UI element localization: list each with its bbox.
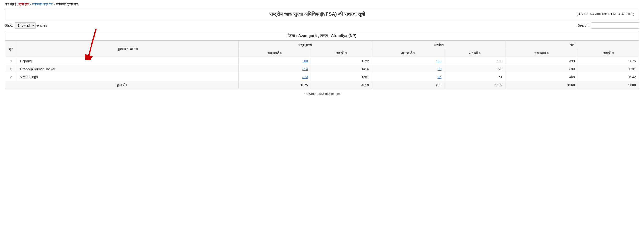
col-header-name: दुकानदार का नाम: [17, 41, 239, 57]
cell-serial: 1: [5, 57, 17, 65]
search-label: Search:: [578, 24, 589, 28]
show-entries-control: Show Show all 10 25 50 100 entries: [5, 22, 47, 29]
search-box: Search:: [578, 22, 639, 29]
controls-row: Show Show all 10 25 50 100 entries Searc…: [5, 22, 639, 29]
cell-ant-labh: 453: [444, 57, 506, 65]
cell-yog-ration: 468: [506, 73, 578, 81]
cell-ant-ration[interactable]: 95: [372, 73, 444, 81]
col-header-serial: क्र.: [5, 41, 17, 57]
cell-patra-labh: 1622: [311, 57, 372, 65]
table-row: 2 Pradeep Kumar Sonkar 314 1416 85 375 3…: [5, 65, 639, 73]
sub-yog-ration: राशनकार्ड ⇅: [506, 49, 578, 57]
col-group-antyodaya: अन्योदय: [372, 41, 506, 49]
cell-yog-labh: 2075: [578, 57, 639, 65]
breadcrumb-level2: सांख्यिकी दुकान वार: [56, 3, 78, 6]
cell-yog-ration: 493: [506, 57, 578, 65]
total-yog-ration: 1360: [506, 81, 578, 89]
breadcrumb-level1[interactable]: सांख्यिकी क्षेत्र वार: [32, 3, 52, 6]
cell-name: Vivek Singh: [17, 73, 239, 81]
cell-name: Pradeep Kumar Sonkar: [17, 65, 239, 73]
page-header: राष्ट्रीय खाद्य सुरक्षा अधिनियम(NFSA) की…: [5, 9, 639, 20]
cell-serial: 3: [5, 73, 17, 81]
sub-patra-ration: राशनकार्ड ⇅: [238, 49, 311, 57]
page-date: ( 12/03/2024 समय: 09:00 PM तक की स्थिति …: [577, 12, 634, 16]
entries-select[interactable]: Show all 10 25 50 100: [15, 22, 36, 29]
total-patra-ration: 1075: [238, 81, 311, 89]
total-label: कुल योग: [5, 81, 239, 89]
total-ant-labh: 1189: [444, 81, 506, 89]
total-row: कुल योग 1075 4619 285 1189 1360 5808: [5, 81, 639, 89]
cell-yog-labh: 1942: [578, 73, 639, 81]
col-group-yog: योग: [506, 41, 639, 49]
sub-yog-labh: लाभार्थी ⇅: [578, 49, 639, 57]
main-table-wrapper: जिला : Azamgarh , टाउन : Atrauliya (NP) …: [5, 31, 639, 89]
breadcrumb-sep1: >: [29, 3, 31, 6]
main-table: क्र. दुकानदार का नाम पात्र गृहस्थी अन्यो…: [5, 41, 639, 89]
cell-serial: 2: [5, 65, 17, 73]
table-row: 3 Vivek Singh 373 1581 95 361 468 1942: [5, 73, 639, 81]
cell-patra-ration[interactable]: 314: [238, 65, 311, 73]
col-group-patra: पात्र गृहस्थी: [238, 41, 372, 49]
search-input[interactable]: [591, 22, 639, 29]
cell-patra-labh: 1416: [311, 65, 372, 73]
table-row: 1 Bajrangi 388 1622 105 453 493 2075: [5, 57, 639, 65]
sub-ant-labh: लाभार्थी ⇅: [444, 49, 506, 57]
breadcrumb-home[interactable]: मुख्य पृष्ठ: [19, 3, 28, 6]
sub-patra-labh: लाभार्थी ⇅: [311, 49, 372, 57]
breadcrumb-sep2: >: [53, 3, 55, 6]
cell-name: Bajrangi: [17, 57, 239, 65]
cell-yog-labh: 1791: [578, 65, 639, 73]
cell-patra-labh: 1581: [311, 73, 372, 81]
cell-ant-labh: 375: [444, 65, 506, 73]
page-title: राष्ट्रीय खाद्य सुरक्षा अधिनियम(NFSA) की…: [58, 11, 577, 17]
breadcrumb-prefix: आप यहां है :: [5, 3, 18, 6]
sub-ant-ration: राशनकार्ड ⇅: [372, 49, 444, 57]
cell-ant-ration[interactable]: 105: [372, 57, 444, 65]
breadcrumb: आप यहां है : मुख्य पृष्ठ > सांख्यिकी क्ष…: [5, 3, 639, 6]
total-patra-labh: 4619: [311, 81, 372, 89]
cell-patra-ration[interactable]: 388: [238, 57, 311, 65]
location-header: जिला : Azamgarh , टाउन : Atrauliya (NP): [5, 31, 639, 41]
cell-yog-ration: 399: [506, 65, 578, 73]
total-yog-labh: 5808: [578, 81, 639, 89]
cell-ant-labh: 361: [444, 73, 506, 81]
entries-label: entries: [37, 24, 47, 28]
total-ant-ration: 285: [372, 81, 444, 89]
show-label: Show: [5, 24, 13, 28]
showing-text: Showing 1 to 3 of 3 entries: [5, 92, 639, 95]
cell-ant-ration[interactable]: 85: [372, 65, 444, 73]
cell-patra-ration[interactable]: 373: [238, 73, 311, 81]
